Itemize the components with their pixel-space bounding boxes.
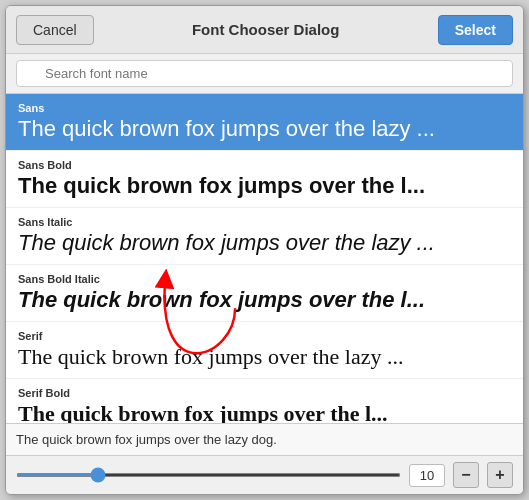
- font-name-label: Serif: [18, 330, 511, 342]
- font-name-label: Sans Italic: [18, 216, 511, 228]
- font-preview-text: The quick brown fox jumps over the l...: [18, 287, 511, 313]
- font-preview-text: The quick brown fox jumps over the lazy …: [18, 230, 511, 256]
- font-preview-text: The quick brown fox jumps over the l...: [18, 173, 511, 199]
- dialog-title: Font Chooser Dialog: [94, 21, 438, 38]
- font-preview-text: The quick brown fox jumps over the l...: [18, 401, 511, 424]
- font-list-item[interactable]: SansThe quick brown fox jumps over the l…: [6, 94, 523, 151]
- font-size-display: 10: [409, 464, 445, 487]
- font-list-item[interactable]: SerifThe quick brown fox jumps over the …: [6, 322, 523, 379]
- font-size-slider[interactable]: [16, 473, 401, 477]
- font-name-label: Sans Bold Italic: [18, 273, 511, 285]
- decrease-size-button[interactable]: −: [453, 462, 479, 488]
- preview-bar: The quick brown fox jumps over the lazy …: [6, 424, 523, 456]
- font-chooser-dialog: Cancel Font Chooser Dialog Select 🔍 Sans…: [5, 5, 524, 495]
- font-list-item[interactable]: Sans Bold ItalicThe quick brown fox jump…: [6, 265, 523, 322]
- font-list-item[interactable]: Sans ItalicThe quick brown fox jumps ove…: [6, 208, 523, 265]
- increase-size-button[interactable]: +: [487, 462, 513, 488]
- search-input[interactable]: [16, 60, 513, 87]
- font-preview-text: The quick brown fox jumps over the lazy …: [18, 116, 511, 142]
- font-list-item[interactable]: Sans BoldThe quick brown fox jumps over …: [6, 151, 523, 208]
- preview-text: The quick brown fox jumps over the lazy …: [16, 432, 277, 447]
- font-list-item[interactable]: Serif BoldThe quick brown fox jumps over…: [6, 379, 523, 424]
- titlebar: Cancel Font Chooser Dialog Select: [6, 6, 523, 54]
- search-wrapper: 🔍: [16, 60, 513, 87]
- font-name-label: Sans: [18, 102, 511, 114]
- cancel-button[interactable]: Cancel: [16, 15, 94, 45]
- font-preview-text: The quick brown fox jumps over the lazy …: [18, 344, 511, 370]
- select-button[interactable]: Select: [438, 15, 513, 45]
- font-name-label: Sans Bold: [18, 159, 511, 171]
- search-bar: 🔍: [6, 54, 523, 94]
- font-list[interactable]: SansThe quick brown fox jumps over the l…: [6, 94, 523, 424]
- slider-row: 10 − +: [6, 456, 523, 494]
- font-name-label: Serif Bold: [18, 387, 511, 399]
